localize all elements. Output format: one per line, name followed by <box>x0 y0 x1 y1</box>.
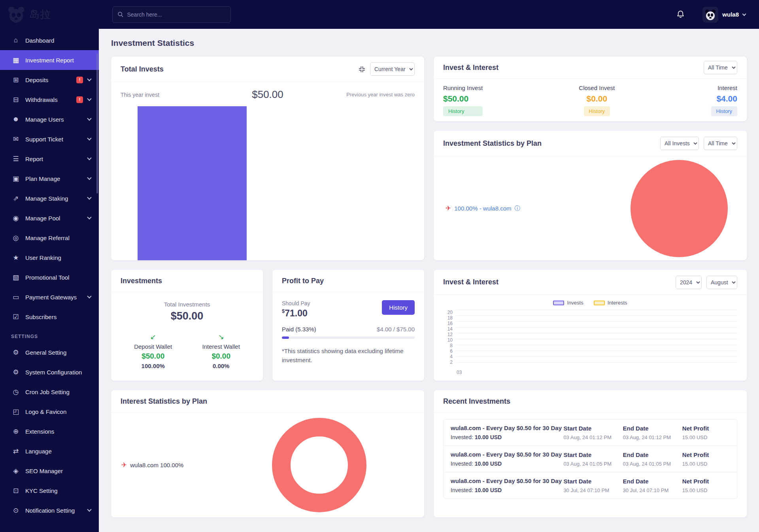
panda-logo-icon <box>7 6 25 24</box>
start-date-value: 03 Aug, 24 01:12 PM <box>563 434 623 440</box>
sidebar-item-label: System Configuration <box>25 369 82 376</box>
sidebar-item-logo-favicon[interactable]: ◰ Logo & Favicon <box>0 402 99 421</box>
y-tick: 12 <box>447 332 453 337</box>
sidebar-item-manage-pool[interactable]: ◉ Manage Pool <box>0 208 99 228</box>
search-input[interactable] <box>127 11 226 18</box>
sidebar-item-system-configuration[interactable]: ⚙ System Configuration <box>0 362 99 382</box>
should-pay-amount: $71.00 <box>282 308 310 319</box>
sidebar-item-seo-manager[interactable]: ◈ SEO Manager <box>0 461 99 481</box>
legend-interests-label: Interests <box>608 300 627 306</box>
invest-interest-chart-card: Invest & Interest 2024 August <box>434 270 747 381</box>
invest-interest-period-select[interactable]: All Time <box>704 61 737 74</box>
total-invests-bar-chart <box>117 106 419 260</box>
legend-interests[interactable]: Interests <box>594 300 627 306</box>
running-history-link[interactable]: History <box>443 106 483 116</box>
subscribers-icon: ☑ <box>11 313 21 321</box>
y-tick: 16 <box>447 321 453 326</box>
deposits-icon: ⊞ <box>11 76 21 84</box>
user-menu[interactable]: wula8 <box>702 7 746 23</box>
sidebar-item-cron-job-setting[interactable]: ◷ Cron Job Setting <box>0 382 99 402</box>
net-profit-label: Net Profit <box>682 478 730 485</box>
plan-time-select[interactable]: All Time <box>704 137 737 150</box>
withdrawals-icon: ⊟ <box>11 96 21 104</box>
amount-value: 71.00 <box>285 308 308 318</box>
sidebar-item-subscribers[interactable]: ☑ Subscribers <box>0 307 99 327</box>
sidebar-item-user-ranking[interactable]: ★ User Ranking <box>0 248 99 267</box>
sidebar-item-general-setting[interactable]: ⚙ General Setting <box>0 342 99 362</box>
y-tick: 18 <box>447 315 453 321</box>
y-tick: 20 <box>447 310 453 315</box>
start-date-label: Start Date <box>563 451 623 458</box>
sidebar-item-plan-manage[interactable]: ▣ Plan Manage <box>0 169 99 188</box>
kyc-setting-icon: ⊡ <box>11 487 21 495</box>
investment-stats-by-plan-card: Investment Statistics by Plan All Invest… <box>434 131 747 260</box>
end-date-label: End Date <box>623 478 682 485</box>
sidebar-item-investment-report[interactable]: ▦ Investment Report <box>0 50 99 70</box>
previous-year-note: Previous year invest was zero <box>283 92 415 98</box>
search-box[interactable] <box>112 6 231 23</box>
sidebar-item-label: Manage Users <box>25 116 64 123</box>
interest-stats-title: Interest Statistics by Plan <box>121 397 207 406</box>
start-date-label: Start Date <box>563 425 623 432</box>
sidebar-item-promotional-tool[interactable]: ▧ Promotional Tool <box>0 267 99 287</box>
general-setting-icon: ⚙ <box>11 348 21 357</box>
sidebar-item-report[interactable]: ☰ Report <box>0 149 99 169</box>
deposit-wallet-stat: ↙ Deposit Wallet $50.00 100.00% <box>134 333 172 369</box>
sidebar-item-manage-staking[interactable]: ⇗ Manage Staking <box>0 188 99 208</box>
sidebar-item-deposits[interactable]: ⊞ Deposits ! <box>0 70 99 90</box>
interest-history-link[interactable]: History <box>711 106 737 116</box>
chevron-down-icon <box>87 215 91 219</box>
total-investments-label: Total Investments <box>119 301 255 308</box>
chevron-down-icon <box>87 77 91 81</box>
chart-year-select[interactable]: 2024 <box>676 276 702 289</box>
sidebar-item-notification-setting[interactable]: ⊙ Notification Setting <box>0 500 99 520</box>
end-date-value: 03 Aug, 24 01:12 PM <box>623 434 682 440</box>
start-date-value: 03 Aug, 24 01:05 PM <box>563 461 623 467</box>
closed-history-link[interactable]: History <box>584 106 610 116</box>
sidebar-item-language[interactable]: ⇄ Language <box>0 441 99 461</box>
chart-month-select[interactable]: August <box>706 276 737 289</box>
sidebar-item-kyc-setting[interactable]: ⊡ KYC Setting <box>0 481 99 500</box>
sidebar-item-support-ticket[interactable]: ✉ Support Ticket <box>0 129 99 149</box>
sidebar-item-manage-users[interactable]: ☻ Manage Users <box>0 109 99 129</box>
notification-bell-icon[interactable] <box>676 10 685 19</box>
sidebar-item-payment-gateways[interactable]: ▭ Payment Gateways <box>0 287 99 307</box>
sidebar-item-label: Investment Report <box>25 57 74 64</box>
chart-collapse-icon[interactable] <box>359 66 365 73</box>
interest-wallet-percent: 0.00% <box>213 363 230 369</box>
sidebar-item-label: Logo & Favicon <box>25 408 66 415</box>
paid-label: Paid (5.33%) <box>282 326 316 333</box>
plan-invest-select[interactable]: All Invests <box>660 137 699 150</box>
promotional-tool-icon: ▧ <box>11 273 21 282</box>
sidebar-item-label: Extensions <box>25 428 54 435</box>
sidebar-scrollbar[interactable] <box>96 53 98 194</box>
net-profit-value: 15.00 USD <box>682 461 730 467</box>
plan-name: wula8.com - Every Day $0.50 for 30 Day <box>451 477 563 484</box>
paid-progress-bar <box>282 336 415 339</box>
this-year-invest-value: $50.00 <box>252 88 283 101</box>
sidebar-item-withdrawals[interactable]: ⊟ Withdrawals ! <box>0 90 99 109</box>
info-icon[interactable]: ⓘ <box>515 205 520 212</box>
interest-donut-chart <box>272 418 366 512</box>
sidebar-item-manage-referral[interactable]: ◎ Manage Referral <box>0 228 99 248</box>
donut-legend-item[interactable]: ✈ wula8.com 100.00% <box>121 461 183 469</box>
pie-legend-item[interactable]: ✈ 100.00% - wula8.com ⓘ <box>446 204 520 212</box>
notification-setting-icon: ⊙ <box>11 506 21 515</box>
sidebar-item-label: Payment Gateways <box>25 294 77 301</box>
running-invest-value: $50.00 <box>443 94 483 103</box>
brand-logo[interactable]: 岛拉 <box>0 0 99 29</box>
support-ticket-icon: ✉ <box>11 135 21 143</box>
profit-history-button[interactable]: History <box>382 300 415 315</box>
plan-manage-icon: ▣ <box>11 175 21 183</box>
profit-note: *This statistics showing data excluding … <box>282 347 412 365</box>
deposit-wallet-value: $50.00 <box>142 352 164 361</box>
manage-pool-icon: ◉ <box>11 214 21 222</box>
legend-invests[interactable]: Invests <box>553 300 583 306</box>
sidebar-item-dashboard[interactable]: ⌂ Dashboard <box>0 30 99 50</box>
invest-bar[interactable] <box>138 106 246 260</box>
sidebar-item-extensions[interactable]: ⊕ Extensions <box>0 421 99 441</box>
sidebar-item-label: User Ranking <box>25 254 61 261</box>
total-invests-period-select[interactable]: Current Year <box>370 62 415 76</box>
chevron-down-icon <box>87 294 91 298</box>
total-invests-card: Total Invests Current Year This year inv… <box>111 56 424 260</box>
